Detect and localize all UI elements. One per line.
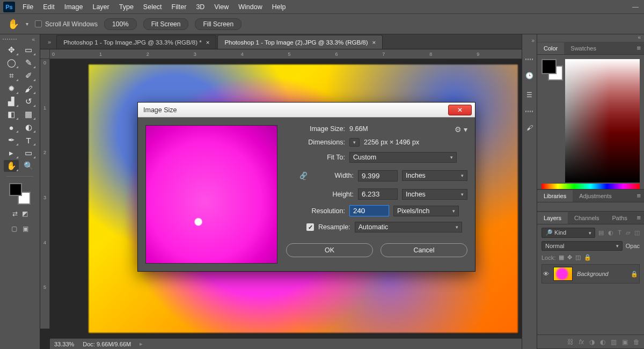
- marquee-tool[interactable]: ▭: [21, 44, 36, 56]
- quick-select-tool[interactable]: ✎: [21, 57, 36, 69]
- menu-edit[interactable]: Edit: [39, 1, 59, 13]
- color-picker-field[interactable]: [565, 59, 640, 183]
- tab-libraries[interactable]: Libraries: [537, 190, 573, 202]
- dialog-titlebar[interactable]: Image Size ✕: [138, 103, 475, 118]
- menu-select[interactable]: Select: [139, 1, 166, 13]
- hand-tool[interactable]: ✋: [4, 160, 19, 172]
- panel-menu-icon[interactable]: ≡: [636, 214, 641, 222]
- filter-smart-icon[interactable]: ◫: [634, 229, 640, 236]
- menu-file[interactable]: File: [18, 1, 38, 13]
- lock-position-icon[interactable]: ✥: [567, 254, 572, 261]
- tab-layers[interactable]: Layers: [537, 212, 568, 224]
- blend-mode-dropdown[interactable]: Normal▾: [541, 241, 623, 251]
- menu-help[interactable]: Help: [268, 1, 290, 13]
- tool-preset-dropdown[interactable]: ▾: [26, 21, 28, 27]
- layer-filter-kind[interactable]: 🔎 Kind▾: [541, 228, 595, 238]
- crop-tool[interactable]: ⌗: [4, 70, 19, 82]
- ok-button[interactable]: OK: [286, 243, 373, 257]
- tab-swatches[interactable]: Swatches: [564, 42, 603, 54]
- close-icon[interactable]: ×: [372, 39, 376, 46]
- standard-mode-icon[interactable]: ▢: [11, 225, 17, 232]
- default-colors-icon[interactable]: ◩: [22, 210, 28, 217]
- status-zoom[interactable]: 33.33%: [54, 341, 74, 347]
- group-icon[interactable]: ▥: [611, 338, 617, 346]
- resolution-unit-dropdown[interactable]: Pixels/Inch▾: [393, 206, 459, 216]
- brushes-panel-icon[interactable]: 🖌: [526, 124, 533, 132]
- menu-view[interactable]: View: [210, 1, 233, 13]
- filter-shape-icon[interactable]: ▱: [626, 229, 630, 236]
- eyedropper-tool[interactable]: ✐: [21, 70, 36, 82]
- minimize-icon[interactable]: —: [632, 3, 639, 11]
- brush-tool[interactable]: 🖌: [21, 83, 36, 94]
- menu-type[interactable]: Type: [115, 1, 138, 13]
- new-layer-icon[interactable]: ▣: [622, 338, 628, 346]
- lasso-tool[interactable]: ◯: [4, 57, 19, 69]
- move-tool[interactable]: ✥: [4, 44, 19, 56]
- eraser-tool[interactable]: ◧: [4, 108, 19, 120]
- resolution-field[interactable]: [349, 205, 389, 216]
- tab-channels[interactable]: Channels: [568, 212, 605, 224]
- lock-pixels-icon[interactable]: ▦: [559, 254, 564, 261]
- document-tab-2[interactable]: Photoshop 1 - Top Image (2).JPG @ 33.3% …: [217, 35, 383, 49]
- zoom-tool[interactable]: 🔍: [21, 160, 36, 172]
- lock-all-icon[interactable]: 🔒: [584, 254, 591, 261]
- tabs-collapse-icon[interactable]: »: [43, 39, 55, 45]
- dock-grip[interactable]: [525, 111, 534, 112]
- type-tool[interactable]: T: [21, 134, 36, 146]
- menu-3d[interactable]: 3D: [192, 1, 209, 13]
- tools-panel-grip[interactable]: «: [3, 37, 37, 42]
- tab-paths[interactable]: Paths: [606, 212, 634, 224]
- menu-image[interactable]: Image: [60, 1, 87, 13]
- scroll-all-windows-checkbox[interactable]: Scroll All Windows: [35, 20, 98, 28]
- layer-row-background[interactable]: 👁 Background 🔒: [541, 264, 640, 283]
- document-tab-1[interactable]: Photoshop 1 - Top Image.JPG @ 33.3% (RGB…: [56, 35, 216, 49]
- cancel-button[interactable]: Cancel: [380, 243, 467, 257]
- path-select-tool[interactable]: ▸: [4, 147, 19, 159]
- foreground-background-swatch[interactable]: [9, 183, 31, 205]
- panel-menu-icon[interactable]: ≡: [636, 192, 641, 200]
- dodge-tool[interactable]: ◐: [21, 121, 36, 133]
- color-fgbg-swatch[interactable]: [541, 59, 563, 81]
- menu-filter[interactable]: Filter: [167, 1, 191, 13]
- gear-icon[interactable]: ⚙ ▾: [455, 125, 467, 134]
- healing-brush-tool[interactable]: ✹: [4, 83, 19, 94]
- height-unit-dropdown[interactable]: Inches▾: [402, 189, 467, 200]
- filter-pixel-icon[interactable]: ▤: [598, 229, 604, 236]
- zoom-level-field[interactable]: 100%: [104, 18, 137, 30]
- fill-screen-button[interactable]: Fill Screen: [195, 18, 241, 30]
- hue-slider[interactable]: [541, 184, 640, 189]
- filter-type-icon[interactable]: T: [618, 229, 621, 236]
- menu-layer[interactable]: Layer: [88, 1, 113, 13]
- width-field[interactable]: [358, 170, 398, 181]
- history-brush-tool[interactable]: ↺: [21, 96, 36, 107]
- mask-icon[interactable]: ◑: [589, 338, 595, 346]
- filter-adjust-icon[interactable]: ◐: [608, 229, 613, 236]
- resample-checkbox[interactable]: ✓: [306, 223, 314, 231]
- dialog-close-button[interactable]: ✕: [448, 105, 472, 115]
- lock-artboard-icon[interactable]: ◫: [575, 254, 581, 261]
- delete-layer-icon[interactable]: 🗑: [633, 338, 640, 346]
- constrain-link-icon[interactable]: 🔗: [299, 168, 308, 183]
- fit-to-dropdown[interactable]: Custom▾: [349, 152, 457, 163]
- clone-stamp-tool[interactable]: ▟: [4, 96, 19, 107]
- resample-dropdown[interactable]: Automatic▾: [355, 222, 462, 232]
- tab-adjustments[interactable]: Adjustments: [573, 190, 618, 202]
- panel-menu-icon[interactable]: ≡: [636, 44, 641, 52]
- dock-grip[interactable]: [525, 59, 534, 60]
- history-panel-icon[interactable]: 🕒: [525, 72, 533, 79]
- pen-tool[interactable]: ✒: [4, 134, 19, 146]
- swap-colors-icon[interactable]: ⇄: [12, 210, 18, 217]
- menu-window[interactable]: Window: [234, 1, 266, 13]
- fx-icon[interactable]: fx: [579, 338, 584, 346]
- link-layers-icon[interactable]: ⛓: [567, 338, 574, 346]
- status-menu-icon[interactable]: ▸: [140, 340, 143, 347]
- fit-screen-button[interactable]: Fit Screen: [143, 18, 189, 30]
- quick-mask-icon[interactable]: ▣: [23, 225, 28, 232]
- blur-tool[interactable]: ●: [4, 121, 19, 133]
- status-doc-size[interactable]: Doc: 9.66M/9.66M: [83, 341, 131, 347]
- gradient-tool[interactable]: ▦: [21, 108, 36, 120]
- dock-collapse-icon[interactable]: »: [531, 38, 535, 43]
- properties-panel-icon[interactable]: ☰: [526, 91, 532, 99]
- height-field[interactable]: [358, 188, 398, 200]
- close-icon[interactable]: ×: [206, 39, 210, 46]
